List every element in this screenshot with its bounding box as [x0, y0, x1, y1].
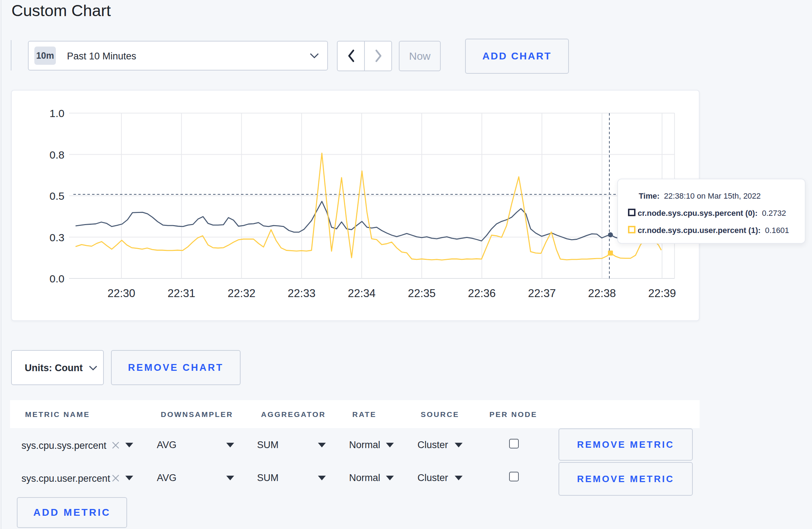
svg-text:22:33: 22:33	[288, 287, 316, 300]
svg-text:22:32: 22:32	[228, 287, 256, 300]
svg-text:22:30: 22:30	[107, 287, 135, 300]
svg-text:22:38: 22:38	[588, 287, 616, 300]
svg-text:22:36: 22:36	[468, 287, 496, 300]
svg-text:22:31: 22:31	[168, 287, 195, 300]
svg-text:1.0: 1.0	[49, 107, 64, 119]
svg-text:22:34: 22:34	[348, 287, 376, 300]
svg-text:22:35: 22:35	[408, 287, 436, 300]
svg-text:0.8: 0.8	[49, 149, 64, 161]
svg-text:0.5: 0.5	[49, 190, 64, 202]
svg-text:0.0: 0.0	[49, 273, 64, 285]
svg-text:22:39: 22:39	[648, 287, 676, 300]
svg-text:22:37: 22:37	[528, 287, 556, 300]
svg-text:0.3: 0.3	[49, 232, 64, 243]
